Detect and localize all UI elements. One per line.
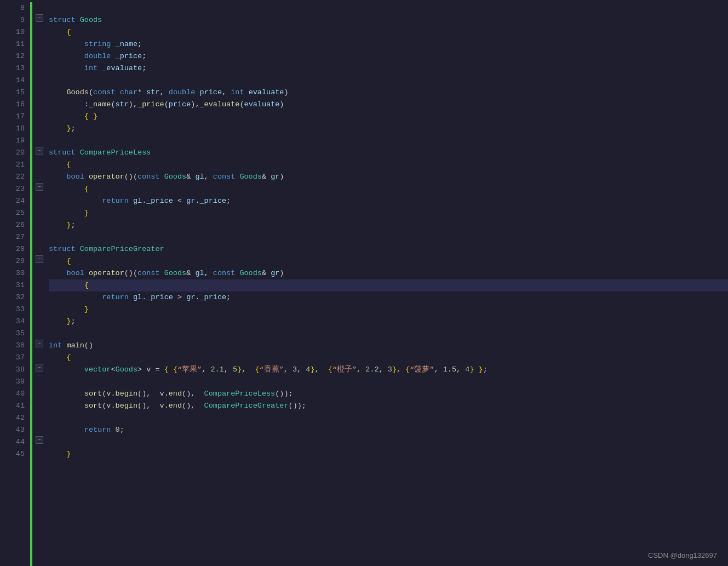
code-line-27 [49,231,728,243]
code-line-38: vector<Goods> v = { {“苹果”, 2.1, 5}, {“香蕉… [49,364,728,376]
ln-13: 13 [4,62,25,75]
ln-39: 39 [4,376,25,388]
code-line-44 [49,436,728,448]
ln-25: 25 [4,207,25,219]
footer-brand: CSDN @dong132697 [648,551,717,559]
ln-23: 23 [4,183,25,195]
code-line-36: int main() [49,340,728,352]
fold-28[interactable]: − [36,340,43,347]
fold-20[interactable]: − [36,147,43,155]
ln-17: 17 [4,111,25,123]
ln-14: 14 [4,75,25,87]
line-numbers: 8 9 10 11 12 13 14 15 16 17 18 19 20 21 … [0,2,30,566]
ln-22: 22 [4,171,25,183]
ln-33: 33 [4,304,25,316]
code-line-8 [49,2,728,14]
code-line-13: int _evaluate; [49,62,728,75]
code-line-28: struct ComparePriceGreater [49,243,728,255]
ln-32: 32 [4,291,25,304]
code-line-42 [49,412,728,424]
ln-11: 11 [4,38,25,50]
code-line-30: bool operator()(const Goods& gl, const G… [49,267,728,279]
code-editor: 8 9 10 11 12 13 14 15 16 17 18 19 20 21 … [0,0,728,566]
ln-27: 27 [4,231,25,243]
code-line-20: struct ComparePriceLess [49,147,728,159]
ln-26: 26 [4,219,25,231]
code-line-16: :_name(str),_price(price),_evaluate(eval… [49,99,728,111]
code-line-35 [49,328,728,340]
fold-22[interactable]: − [36,255,43,263]
code-line-39 [49,376,728,388]
code-line-45: } [49,448,728,460]
ln-10: 10 [4,26,25,38]
code-line-25: } [49,207,728,219]
green-bar [30,2,32,566]
code-line-15: Goods(const char* str, double price, int… [49,87,728,99]
ln-34: 34 [4,316,25,328]
code-line-41: sort(v.begin(), v.end(), ComparePriceGre… [49,400,728,412]
ln-18: 18 [4,123,25,135]
ln-38: 38 [4,364,25,376]
ln-36: 36 [4,340,25,352]
code-line-14 [49,75,728,87]
ln-19: 19 [4,135,25,147]
ln-24: 24 [4,195,25,207]
ln-8: 8 [4,2,25,14]
code-line-22: bool operator()(const Goods& gl, const G… [49,171,728,183]
code-line-26: }; [49,219,728,231]
code-area: 8 9 10 11 12 13 14 15 16 17 18 19 20 21 … [0,0,728,566]
ln-9: 9 [4,14,25,26]
code-content: struct Goods { string _name; double _pri… [47,2,728,566]
code-line-40: sort(v.begin(), v.end(), ComparePriceLes… [49,388,728,400]
code-line-11: string _name; [49,38,728,50]
code-line-34: }; [49,316,728,328]
code-line-32: return gl._price > gr._price; [49,291,728,304]
code-line-23: { [49,183,728,195]
code-line-9: struct Goods [49,14,728,26]
ln-35: 35 [4,328,25,340]
ln-45: 45 [4,448,25,460]
ln-41: 41 [4,400,25,412]
ln-16: 16 [4,99,25,111]
code-line-24: return gl._price < gr._price; [49,195,728,207]
code-line-37: { [49,352,728,364]
gutter[interactable]: − − − − − − − [35,2,47,566]
ln-29: 29 [4,255,25,267]
ln-12: 12 [4,50,25,62]
code-line-21: { [49,159,728,171]
ln-42: 42 [4,412,25,424]
ln-31: 31 [4,279,25,291]
code-line-18: }; [49,123,728,135]
code-line-43: return 0; [49,424,728,436]
fold-36[interactable]: − [36,436,43,444]
fold-9[interactable]: − [36,14,43,22]
ln-37: 37 [4,352,25,364]
ln-30: 30 [4,267,25,279]
code-line-19 [49,135,728,147]
code-line-29: { [49,255,728,267]
code-line-12: double _price; [49,50,728,62]
code-line-17: { } [49,111,728,123]
code-line-31: { [49,279,728,291]
ln-43: 43 [4,424,25,436]
ln-21: 21 [4,159,25,171]
fold-30[interactable]: − [36,364,43,371]
fold-15[interactable]: − [36,183,43,191]
ln-28: 28 [4,243,25,255]
code-line-33: } [49,304,728,316]
ln-40: 40 [4,388,25,400]
code-line-10: { [49,26,728,38]
ln-44: 44 [4,436,25,448]
ln-15: 15 [4,87,25,99]
ln-20: 20 [4,147,25,159]
